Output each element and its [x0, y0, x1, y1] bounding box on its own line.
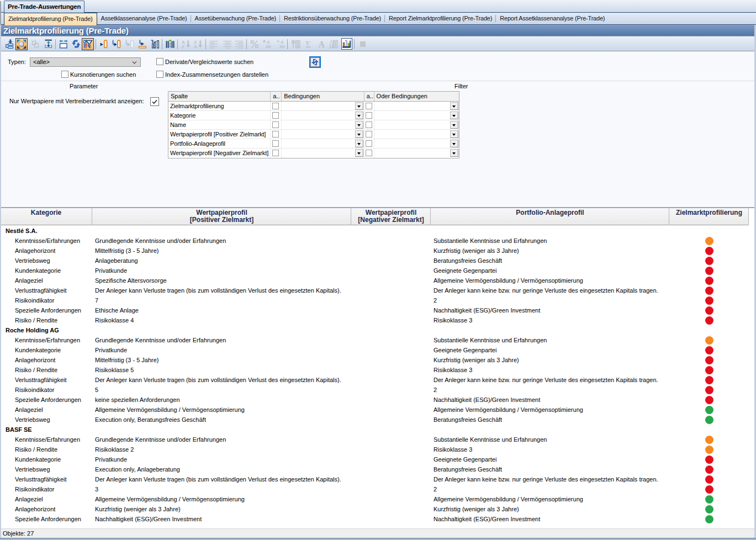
filter-or-checkbox[interactable] [366, 150, 372, 156]
svg-text:A: A [194, 44, 197, 49]
cell-zielmarktprofilierung [669, 335, 749, 345]
table-row: Kenntnisse/ErfahrungenGrundlegende Kennt… [0, 435, 756, 444]
filter-column-header: a.. [271, 92, 282, 101]
filter-column-header: a.. [364, 92, 374, 101]
filter-row: Wertpapierprofil [Positiver Zielmarkt] [168, 130, 459, 139]
derivate-checkbox[interactable] [156, 58, 163, 65]
oder-bedingungen-combobox[interactable] [374, 139, 459, 148]
cell-zielmarktprofilierung [669, 385, 749, 395]
kursnotierungen-checkbox[interactable] [61, 71, 68, 78]
table-row: Risiko / RenditeRisikoklasse 4Risikoklas… [0, 315, 756, 325]
cell-wertpapierprofil-negativ [351, 435, 431, 444]
subtab-4[interactable]: Restriktionsüberwachung (Pre-Trade) [280, 13, 385, 25]
table-row: AnlagehorizontKurzfristig (weniger als 3… [0, 504, 756, 514]
column-header-3[interactable]: Wertpapierprofil[Negativer Zielmarkt] [351, 209, 431, 224]
percent-button [249, 38, 261, 50]
status-dot-orange [705, 237, 713, 245]
bedingungen-dropdown-button[interactable] [355, 102, 363, 110]
refresh-button[interactable] [70, 38, 82, 50]
fit-height-button[interactable] [43, 38, 55, 50]
column-header-1[interactable]: Kategorie [0, 209, 92, 216]
separator-line [0, 81, 756, 81]
index-checkbox[interactable] [156, 71, 163, 78]
filter-or-checkbox[interactable] [366, 103, 372, 109]
fit-width-button[interactable] [57, 38, 70, 50]
typen-select[interactable]: <alle> [30, 57, 141, 67]
status-dot-red [705, 396, 713, 404]
show-columns-button[interactable] [164, 38, 176, 50]
cell-portfolio-anlageprofil: Der Anleger kann keine bzw. nur geringe … [431, 285, 669, 295]
subtab-3[interactable]: Assetüberwachung (Pre-Trade) [191, 13, 280, 25]
filter-or-checkbox[interactable] [366, 121, 372, 128]
oder-bedingungen-combobox[interactable] [374, 149, 459, 158]
column-header-4[interactable]: Portfolio-Anlageprofil [431, 209, 669, 216]
cell-portfolio-anlageprofil: Kurzfristig (weniger als 3 Jahre) [431, 246, 669, 256]
filter-or-checkbox[interactable] [366, 131, 372, 137]
drill-down-button[interactable] [136, 38, 149, 50]
oder-bedingungen-dropdown-button[interactable] [450, 112, 458, 119]
oder-bedingungen-combobox[interactable] [374, 130, 459, 139]
bedingungen-dropdown-button[interactable] [355, 121, 363, 129]
subtab-label: Restriktionsüberwachung (Pre-Trade) [284, 15, 381, 22]
oder-bedingungen-dropdown-button[interactable] [450, 149, 458, 157]
remove-decimal-button: .0.00 [275, 38, 287, 50]
cell-portfolio-anlageprofil: Der Anleger kann keine bzw. nur geringe … [431, 375, 669, 385]
grid-body: Nestlé S.A.Kenntnisse/ErfahrungenGrundle… [0, 226, 756, 524]
cell-zielmarktprofilierung [669, 435, 749, 444]
oder-bedingungen-dropdown-button[interactable] [450, 130, 458, 138]
oder-bedingungen-combobox[interactable] [374, 120, 459, 129]
filter-and-checkbox[interactable] [272, 140, 279, 147]
subtab-label: Report Assetklassenanalyse (Pre-Trade) [500, 15, 605, 22]
toolbar-separator [354, 39, 355, 49]
window-left-edge [0, 25, 1, 538]
step-return-button[interactable] [110, 38, 123, 50]
filter-or-cell [364, 102, 374, 110]
column-header-2[interactable]: Wertpapierprofil[Positiver Zielmarkt] [92, 209, 351, 224]
filter-and-checkbox[interactable] [272, 103, 279, 109]
oder-bedingungen-dropdown-button[interactable] [450, 121, 458, 129]
step-into-button[interactable] [98, 38, 110, 50]
refresh-button[interactable] [309, 56, 321, 68]
filter-and-checkbox[interactable] [272, 121, 279, 128]
oder-bedingungen-dropdown-button[interactable] [450, 102, 458, 110]
filter-button[interactable] [82, 38, 94, 50]
align-center-icon [223, 39, 232, 49]
cell-wertpapierprofil-positiv: Der Anleger kann Verluste tragen (bis zu… [92, 474, 351, 484]
bedingungen-combobox[interactable] [282, 139, 364, 148]
filter-and-checkbox[interactable] [272, 131, 279, 137]
bedingungen-combobox[interactable] [282, 102, 364, 110]
bedingungen-combobox[interactable] [282, 149, 364, 158]
bedingungen-dropdown-button[interactable] [355, 130, 363, 138]
bedingungen-dropdown-button[interactable] [355, 149, 363, 157]
filter-and-checkbox[interactable] [272, 150, 279, 156]
tab-pre-trade-auswertungen[interactable]: Pre-Trade-Auswertungen [4, 1, 84, 13]
bedingungen-combobox[interactable] [282, 111, 364, 120]
bedingungen-dropdown-button[interactable] [355, 140, 363, 147]
subtab-6[interactable]: Report Assetklassenanalyse (Pre-Trade) [496, 13, 609, 25]
filter-or-checkbox[interactable] [366, 112, 372, 119]
bedingungen-dropdown-button[interactable] [355, 112, 363, 119]
oder-bedingungen-combobox[interactable] [374, 111, 459, 120]
cell-portfolio-anlageprofil: Nachhaltigkeit (ESG)/Green Investment [431, 305, 669, 315]
subtab-5[interactable]: Report Zielmarktprofilierung (Pre-Trade) [385, 13, 496, 25]
bedingungen-combobox[interactable] [282, 130, 364, 139]
table-row: Risiko / RenditeRisikoklasse 5Risikoklas… [0, 365, 756, 375]
chart-button[interactable] [341, 38, 352, 50]
vertreiberzielmarkt-checkbox[interactable] [150, 97, 159, 106]
table-row: AnlagezielSpezifische AltersvorsorgeAllg… [0, 276, 756, 285]
hide-columns-button[interactable] [149, 38, 161, 50]
filter-and-checkbox[interactable] [272, 112, 279, 119]
oder-bedingungen-dropdown-button[interactable] [450, 140, 458, 147]
font-icon: A [317, 39, 327, 49]
oder-bedingungen-combobox[interactable] [374, 102, 459, 110]
filter-or-checkbox[interactable] [366, 140, 372, 147]
view-title-bar: Zielmarktprofilierung (Pre-Trade) [0, 25, 756, 36]
subtab-2[interactable]: Assetklassenanalyse (Pre-Trade) [97, 13, 191, 25]
status-dot-red [705, 386, 713, 394]
subtab-1[interactable]: Zielmarktprofilierung (Pre-Trade) [4, 13, 97, 25]
status-dot-green [705, 515, 713, 523]
column-header-5[interactable]: Zielmarktprofilierung [669, 209, 749, 216]
bedingungen-combobox[interactable] [282, 120, 364, 129]
fit-to-window-button[interactable] [15, 38, 28, 50]
apply-layout-button[interactable] [4, 38, 16, 50]
